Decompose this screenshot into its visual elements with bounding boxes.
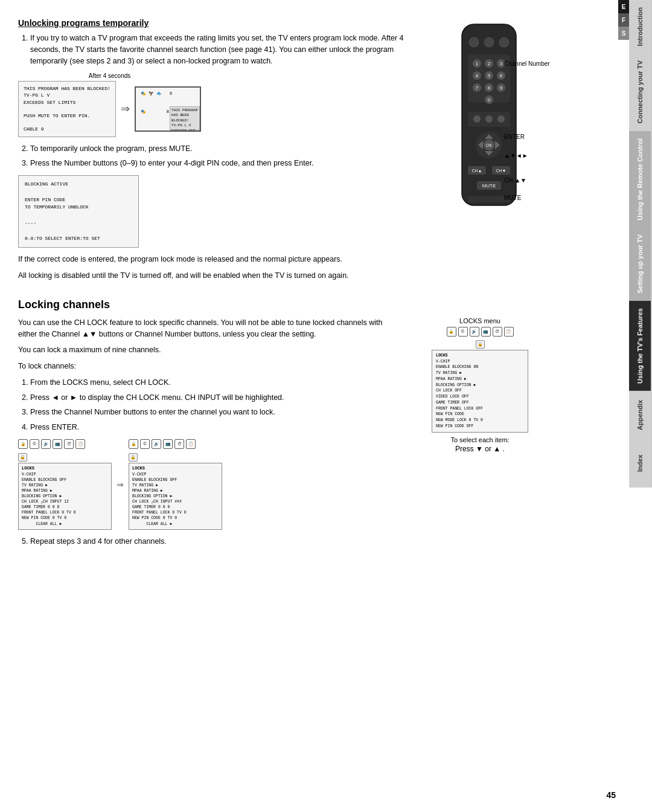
svg-text:OK: OK	[486, 143, 492, 147]
menu-icon-2c: 📺	[163, 439, 173, 449]
lock-screens-row: 🔒 © 🔊 📺 ⏱ 📋 🔒 LOCKS V-CHIP	[18, 439, 392, 530]
lower-left: You can use the CH LOCK feature to lock …	[18, 317, 392, 552]
menu-icon-2a: ©	[140, 439, 150, 449]
locks-menu-icons: 🔒 © 🔊 📺 ⏱ 📋	[447, 327, 514, 337]
locking-section: Locking channels You can use the CH LOCK…	[18, 298, 555, 552]
unlock-steps-list: If you try to watch a TV program that ex…	[30, 33, 411, 66]
locking-steps-list: From the LOCKS menu, select CH LOCK. Pre…	[30, 377, 392, 433]
lock-screen-1: LOCKS V-CHIP ENABLE BLOCKING OFF TV RATI…	[18, 463, 112, 530]
lower-right: LOCKS menu 🔒 © 🔊 📺 ⏱ 📋 🔒 LOCKS V-CHIP	[404, 317, 555, 552]
efs-e: E	[618, 0, 629, 13]
svg-point-2	[484, 37, 494, 47]
menu-icon-2e: 📋	[186, 439, 196, 449]
locks-icon-4: 📺	[481, 327, 491, 337]
unlock-section: Unlocking programs temporarily If you tr…	[18, 18, 555, 286]
locks-sub-screen: LOCKS V-CHIP ENABLE BLOCKING ON TV RATIN…	[432, 350, 528, 433]
unlock-step-3: Press the Number buttons (0–9) to enter …	[30, 158, 411, 169]
efs-s: S	[618, 27, 629, 40]
remote-diagram-upper: 1 2 3 4 5 6 7 8 9	[423, 18, 555, 286]
menu-icon-1: ©	[30, 439, 39, 449]
sidebar-tab-setting-label: Setting up your TV	[636, 234, 644, 294]
locking-intro: You can use the CH LOCK feature to lock …	[18, 317, 392, 340]
to-select-text: To select each item:	[450, 436, 509, 443]
menu-icon-2: 🔊	[41, 439, 51, 449]
sidebar-tab-appendix[interactable]: Appendix	[629, 391, 652, 439]
svg-text:5: 5	[488, 73, 491, 79]
lock-screen-container-1: 🔒 © 🔊 📺 ⏱ 📋 🔒 LOCKS V-CHIP	[18, 439, 112, 530]
unlock-left: Unlocking programs temporarily If you tr…	[18, 18, 411, 286]
svg-text:4: 4	[476, 73, 479, 79]
screen-box-1: THIS PROGRAM HAS BEEN BLOCKED! TV-PG L V…	[18, 81, 116, 137]
locking-step-2: Press ◄ or ► to display the CH LOCK menu…	[30, 392, 392, 404]
locks-icon-5: ⏱	[493, 327, 502, 337]
svg-text:MUTE: MUTE	[482, 183, 496, 188]
svg-text:3: 3	[500, 61, 503, 66]
locks-icon-6: 📋	[504, 327, 514, 337]
remote-annotations-upper: Channel Number ENTER ▲▼◄► CH ▲▼ MUTE	[504, 30, 564, 201]
menu-icon-3: 📺	[53, 439, 62, 449]
locks-menu-label: LOCKS menu	[459, 317, 500, 324]
sidebar-tab-features[interactable]: Using the TV's Features	[629, 301, 652, 391]
sidebar-tab-features-label: Using the TV's Features	[636, 308, 644, 384]
unlock-step-1: If you try to watch a TV program that ex…	[30, 33, 411, 66]
locking-step-4: Press ENTER.	[30, 422, 392, 433]
right-sidebar: Introduction Connecting your TV Using th…	[629, 0, 652, 812]
enter-label: ENTER	[504, 134, 564, 140]
locks-icon-2: ©	[458, 327, 468, 337]
pin-screen: BLOCKING ACTIVE ENTER PIN CODE TO TEMPOR…	[18, 175, 139, 248]
menu-icons-2: 🔒 © 🔊 📺 ⏱ 📋	[129, 439, 222, 449]
screen-box-2: THIS PROGRAM HAS BEEN BLOCKED! TV-PG L V…	[135, 86, 201, 132]
efs-block: E F S	[618, 0, 629, 40]
lower-section: You can use the CH LOCK feature to lock …	[18, 317, 555, 552]
efs-f: F	[618, 13, 629, 27]
unlock-para2: All locking is disabled until the TV is …	[18, 270, 411, 282]
sidebar-tab-remote[interactable]: Using the Remote Control	[629, 131, 652, 228]
lock-screens-arrow: ⇒	[117, 480, 124, 489]
svg-point-1	[469, 37, 479, 47]
sidebar-tab-connecting[interactable]: Connecting your TV	[629, 53, 652, 131]
sidebar-tab-introduction[interactable]: Introduction	[629, 0, 652, 53]
svg-text:8: 8	[488, 85, 491, 91]
svg-text:6: 6	[500, 73, 503, 79]
locking-step-5-list: Repeat steps 3 and 4 for other channels.	[30, 536, 392, 547]
screen-container-step1: After 4 seconds THIS PROGRAM HAS BEEN BL…	[18, 72, 411, 137]
sidebar-tab-index-label: Index	[636, 455, 644, 472]
after-label: After 4 seconds	[89, 72, 130, 79]
menu-icon-lock2: 🔒	[129, 439, 138, 449]
sidebar-tab-connecting-label: Connecting your TV	[636, 60, 644, 124]
lock-screen-container-2: 🔒 © 🔊 📺 ⏱ 📋 🔒 LOCKS V-CHIP	[129, 439, 222, 530]
unlock-steps-2-3: To temporarily unlock the program, press…	[30, 143, 411, 170]
menu-icon-5: 📋	[75, 439, 85, 449]
unlock-para1: If the correct code is entered, the prog…	[18, 254, 411, 265]
svg-point-26	[473, 115, 481, 123]
svg-text:1: 1	[476, 61, 479, 66]
channel-number-label: Channel Number	[504, 60, 564, 67]
locking-heading: Locking channels	[18, 298, 555, 311]
sidebar-tab-setting[interactable]: Setting up your TV	[629, 227, 652, 301]
menu-icon-2b: 🔊	[152, 439, 161, 449]
svg-text:9: 9	[500, 85, 503, 91]
locking-step-3: Press the Channel Number buttons to ente…	[30, 407, 392, 418]
sidebar-tab-introduction-label: Introduction	[636, 7, 644, 46]
svg-text:CH▲: CH▲	[471, 169, 482, 173]
sidebar-tab-appendix-label: Appendix	[636, 400, 644, 430]
menu-icon-lock: 🔒	[18, 439, 28, 449]
locking-step-1: From the LOCKS menu, select CH LOCK.	[30, 377, 392, 388]
main-content: Unlocking programs temporarily If you tr…	[0, 0, 580, 812]
to-lock-label: To lock channels:	[18, 361, 392, 372]
page-number: 45	[606, 790, 616, 800]
unlock-step-2: To temporarily unlock the program, press…	[30, 143, 411, 155]
menu-icon-2d: ⏱	[174, 439, 184, 449]
sidebar-tab-index[interactable]: Index	[629, 439, 652, 488]
arrow-right: ⇒	[121, 102, 130, 115]
locks-icon-3: 🔊	[470, 327, 479, 337]
svg-text:0: 0	[488, 97, 491, 103]
sidebar-tab-remote-label: Using the Remote Control	[636, 138, 644, 221]
ch-label: CH ▲▼	[504, 177, 564, 184]
svg-point-27	[485, 115, 493, 123]
svg-text:7: 7	[476, 85, 479, 91]
locking-max: You can lock a maximum of nine channels.	[18, 344, 392, 356]
unlock-heading: Unlocking programs temporarily	[18, 18, 411, 28]
press-arrows: Press ▼ or ▲ .	[455, 445, 505, 453]
menu-icons-1: 🔒 © 🔊 📺 ⏱ 📋	[18, 439, 112, 449]
